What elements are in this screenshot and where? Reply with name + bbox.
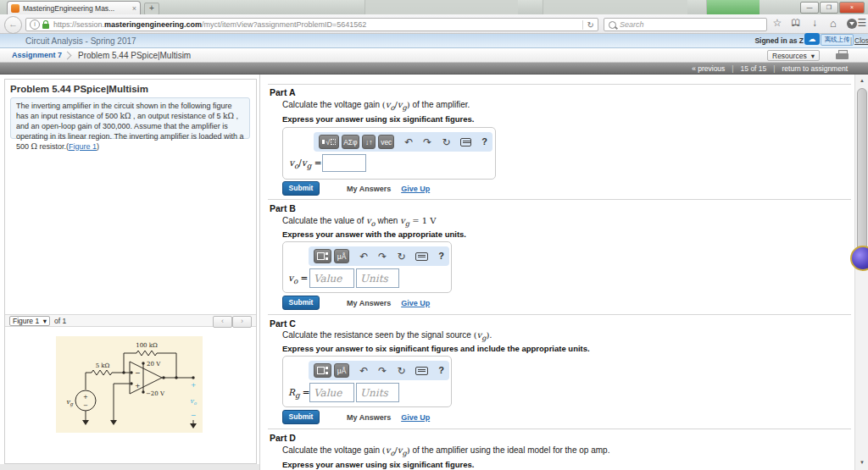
part-b-units-toolbar: μÅ ↶ ↷ ↻ ?: [309, 246, 449, 266]
background-window: [706, 0, 760, 14]
breadcrumb-problem-title: Problem 5.44 PSpice|Multisim: [78, 51, 191, 60]
my-answers-label: My Answers: [347, 299, 391, 307]
keyboard-icon[interactable]: [415, 367, 428, 375]
my-answers-label: My Answers: [347, 185, 391, 193]
micro-units-button[interactable]: μÅ: [334, 249, 349, 263]
window-minimize-button[interactable]: —: [800, 2, 819, 14]
reload-icon[interactable]: ↻: [582, 20, 594, 30]
micro-units-button[interactable]: μÅ: [334, 363, 349, 378]
part-a-answer-input[interactable]: [322, 154, 366, 172]
undo-icon[interactable]: ↶: [359, 252, 368, 262]
part-b-units-input[interactable]: [356, 268, 399, 288]
bookmarks-icon[interactable]: 🕮: [788, 17, 804, 27]
undo-icon[interactable]: ↶: [404, 137, 413, 147]
figure-1-link[interactable]: Figure 1: [69, 142, 97, 151]
help-icon[interactable]: ?: [481, 137, 487, 147]
reset-icon[interactable]: ↻: [397, 366, 405, 376]
pager-bar: « previous | 15 of 15 | return to assign…: [0, 63, 868, 75]
tab-close-icon[interactable]: ×: [132, 4, 136, 13]
equation-template-button[interactable]: √: [319, 135, 339, 149]
greek-symbols-button[interactable]: ΑΣφ: [342, 135, 360, 149]
output-minus-label: −: [191, 412, 197, 419]
keyboard-icon[interactable]: [460, 138, 471, 147]
part-b-value-input[interactable]: [309, 268, 354, 288]
window-restore-button[interactable]: ❐: [820, 2, 838, 14]
redo-icon[interactable]: ↷: [423, 137, 431, 147]
home-icon[interactable]: ⌂: [826, 17, 841, 30]
panel-divider: [259, 75, 260, 470]
redo-icon[interactable]: ↷: [378, 366, 387, 376]
search-input[interactable]: Search: [604, 18, 767, 31]
keyboard-icon[interactable]: [415, 252, 428, 261]
download-icon[interactable]: ↓: [807, 17, 822, 29]
reset-icon[interactable]: ↻: [442, 137, 450, 147]
figure-header: Figure 1 ▾ of 1 ‹ ›: [5, 314, 256, 327]
course-title: Circuit Analysis - Spring 2017: [25, 36, 136, 46]
menu-icon[interactable]: ☰: [854, 17, 868, 29]
source-minus-label: −: [83, 402, 88, 409]
new-tab-button[interactable]: +: [144, 3, 159, 15]
info-icon[interactable]: i: [30, 19, 40, 30]
part-a-give-up-link[interactable]: Give Up: [401, 185, 430, 193]
search-icon: [609, 21, 616, 29]
part-c-give-up-link[interactable]: Give Up: [401, 413, 430, 422]
part-c-answer-box: μÅ ↶ ↷ ↻ ? Rg =: [282, 356, 452, 407]
url-bar[interactable]: i https://session.masteringengineering.c…: [25, 18, 598, 31]
part-b-submit-row: Submit My Answers Give Up: [282, 296, 430, 310]
updown-arrows-button[interactable]: ↓↑: [362, 135, 376, 149]
return-to-assignment-link[interactable]: return to assignment: [782, 64, 848, 73]
output-plus-label: +: [191, 381, 197, 389]
titlebar: MasteringEngineering Mas... × + — ❐ ×: [0, 0, 868, 14]
reset-icon[interactable]: ↻: [397, 252, 405, 262]
figure-select[interactable]: Figure 1 ▾: [9, 316, 50, 326]
url-text[interactable]: https://session.masteringengineering.com…: [53, 20, 582, 29]
figure-next-button[interactable]: ›: [232, 316, 252, 328]
undo-icon[interactable]: ↶: [359, 366, 368, 376]
part-b-submit-button[interactable]: Submit: [282, 296, 320, 310]
back-button[interactable]: ←: [4, 16, 22, 34]
negative-supply-label: −20 V: [146, 390, 165, 397]
part-b-heading: Part B: [270, 203, 296, 213]
browser-tab[interactable]: MasteringEngineering Mas... ×: [7, 1, 141, 14]
resources-dropdown[interactable]: Resources ▾: [767, 50, 820, 61]
part-a-submit-button[interactable]: Submit: [282, 181, 320, 196]
chevron-down-icon: ▾: [811, 51, 815, 60]
part-c-submit-button[interactable]: Submit: [282, 410, 320, 424]
redo-icon[interactable]: ↷: [378, 252, 387, 262]
part-c-value-input[interactable]: [309, 383, 354, 402]
pager-divider: |: [773, 64, 775, 73]
previous-link[interactable]: « previous: [692, 64, 725, 73]
help-icon[interactable]: ?: [438, 366, 444, 375]
units-template-button[interactable]: [314, 363, 331, 378]
scrollbar-thumb[interactable]: [857, 88, 867, 254]
part-d-instruction: Express your answer using six significan…: [282, 460, 475, 469]
close-link[interactable]: Close: [854, 36, 868, 45]
part-a-equation-toolbar: √ ΑΣφ ↓↑ vec ↶ ↷ ↻ ?: [314, 132, 492, 152]
window-close-button[interactable]: ×: [839, 2, 865, 14]
inverting-input-label: −: [135, 369, 141, 377]
breadcrumb-assignment-link[interactable]: Assignment 7: [12, 51, 62, 59]
pager-position: 15 of 15: [741, 64, 767, 73]
part-c-units-input[interactable]: [356, 383, 399, 402]
part-a-question: Calculate the voltage gain (vo/vg) of th…: [282, 100, 470, 112]
input-resistor-label: 5 kΩ: [96, 362, 110, 369]
scroll-up-icon[interactable]: ▲: [856, 75, 868, 86]
parts-panel: Part A Calculate the voltage gain (vo/vg…: [263, 75, 854, 470]
extension-cloud-icon[interactable]: ☁: [804, 33, 820, 45]
extension-upload-button[interactable]: 离线上传: [821, 34, 854, 46]
part-c-instruction: Express your answer to six significant f…: [282, 344, 590, 353]
figure-count: of 1: [54, 317, 66, 325]
figure-prev-button[interactable]: ‹: [213, 316, 232, 328]
page-background: [0, 464, 259, 470]
part-a-answer-label: vo/vg =: [289, 158, 321, 170]
part-b-give-up-link[interactable]: Give Up: [401, 299, 430, 307]
vector-button[interactable]: vec: [378, 135, 394, 149]
vertical-scrollbar[interactable]: ▲ ▼: [854, 75, 868, 470]
units-template-button[interactable]: [314, 249, 331, 263]
help-icon[interactable]: ?: [438, 252, 444, 261]
print-icon[interactable]: [836, 50, 849, 61]
my-answers-label: My Answers: [347, 413, 391, 422]
scroll-down-icon[interactable]: ▼: [856, 457, 868, 468]
star-icon[interactable]: ☆: [770, 17, 785, 29]
part-c-units-toolbar: μÅ ↶ ↷ ↻ ?: [309, 361, 449, 380]
